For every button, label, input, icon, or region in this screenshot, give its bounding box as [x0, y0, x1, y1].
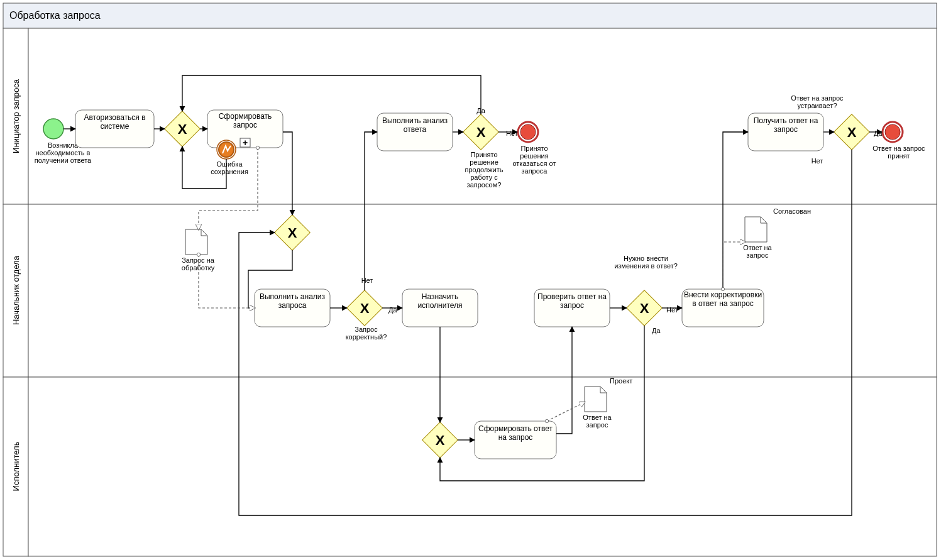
task-auth-label: Авторизоваться в системе	[75, 113, 154, 131]
task-form-request-label: Сформировать запрос	[207, 112, 283, 129]
task-corrections-label: Внести корректировки в ответ на запрос	[682, 290, 764, 308]
lane-3	[28, 377, 937, 556]
gw-correct-label: Запрос корректный?	[339, 326, 393, 341]
error-boundary-event	[217, 140, 236, 159]
svg-text:X: X	[847, 124, 857, 140]
lane-1-label: Инициатор запроса	[11, 79, 21, 153]
task-receive-answer-label: Получить ответ на запрос	[748, 116, 823, 134]
doc-approved	[745, 217, 767, 242]
gw-satisfied-label: Ответ на запрос устраивает?	[776, 94, 858, 109]
doc-approved-label: Ответ на запрос	[732, 244, 783, 259]
doc-project-label: Ответ на запрос	[572, 414, 622, 429]
lane-2-label: Начальник отдела	[11, 255, 21, 325]
svg-text:X: X	[288, 225, 297, 241]
start-event	[43, 119, 63, 139]
gw-correct-yes: Да	[388, 306, 397, 314]
svg-text:+: +	[243, 138, 248, 148]
svg-text:X: X	[476, 124, 486, 140]
gw-changes-yes: Да	[652, 327, 661, 334]
lane-2	[28, 204, 937, 377]
task-form-answer-label: Сформировать ответ на запрос	[475, 424, 556, 442]
svg-point-5	[219, 142, 234, 157]
svg-text:X: X	[178, 121, 187, 137]
svg-text:X: X	[360, 300, 370, 316]
doc-project-status: Проект	[610, 377, 632, 385]
gw-satisfied-yes: Да	[874, 129, 883, 137]
task-check-answer-label: Проверить ответ на запрос	[534, 292, 610, 310]
svg-text:X: X	[436, 432, 445, 448]
bpmn-diagram: Обработка запроса Инициатор запроса Нача…	[0, 0, 941, 560]
svg-point-13	[885, 124, 900, 140]
lane-3-label: Исполнитель	[11, 441, 21, 491]
gw-continue-no: Нет	[506, 129, 518, 137]
gw-continue-label: Принято решение продолжить работу с запр…	[456, 151, 512, 189]
svg-text:X: X	[640, 300, 649, 316]
pool-header	[3, 3, 937, 28]
doc-request	[185, 229, 207, 255]
end-event-accept	[883, 122, 903, 142]
end-event-refuse	[518, 122, 538, 142]
gw-correct-no: Нет	[361, 277, 373, 284]
doc-request-label: Запрос на обработку	[170, 256, 226, 272]
gw-changes-label: Нужно внести изменения в ответ?	[613, 255, 679, 270]
gw-changes-no: Нет	[666, 306, 678, 314]
doc-approved-status: Согласован	[773, 207, 811, 215]
task-assign-label: Назначить исполнителя	[402, 292, 478, 310]
task-analyze-answer-label: Выполнить анализ ответа	[377, 116, 453, 134]
task-analyze-request-label: Выполнить анализ запроса	[255, 292, 330, 310]
error-event-label: Ошибка сохранения	[204, 160, 255, 175]
doc-project	[585, 387, 607, 412]
pool-title-text: Обработка запроса	[9, 10, 101, 21]
svg-point-9	[520, 124, 536, 140]
gw-satisfied-no: Нет	[812, 157, 823, 165]
end-event-refuse-label: Принято решения отказаться от запроса	[506, 145, 563, 175]
end-event-accept-label: Ответ на запрос принят	[871, 145, 927, 160]
